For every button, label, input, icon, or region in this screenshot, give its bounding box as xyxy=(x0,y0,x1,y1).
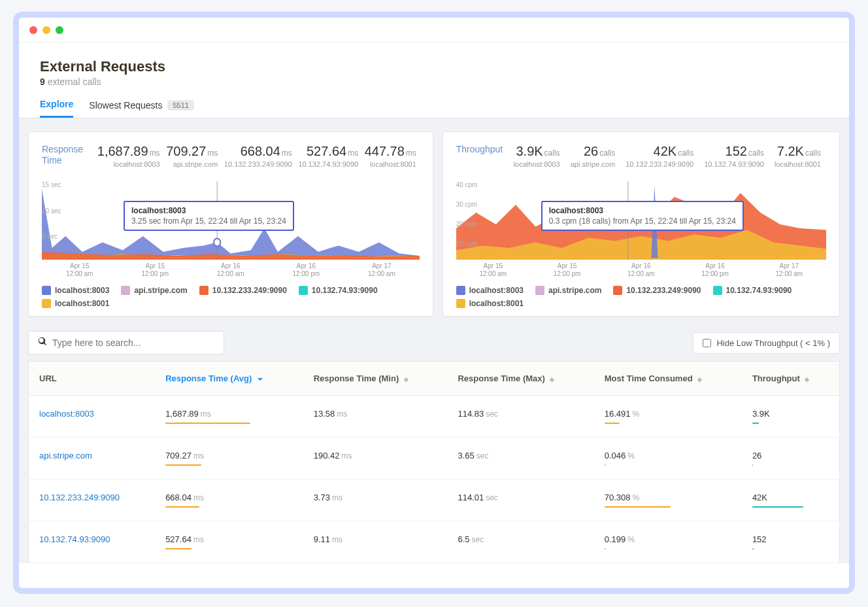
cell-url: api.stripe.com xyxy=(29,438,156,479)
tab-explore[interactable]: Explore xyxy=(40,99,73,118)
search-input[interactable] xyxy=(52,338,214,348)
tooltip-title: localhost:8003 xyxy=(549,206,736,215)
y-tick: 10 sec xyxy=(42,207,61,215)
stat-item: 709.27msapi.stripe.com xyxy=(166,144,218,168)
url-link[interactable]: api.stripe.com xyxy=(39,451,92,460)
sort-desc-icon xyxy=(257,376,263,383)
hide-low-throughput-checkbox[interactable] xyxy=(703,339,711,347)
col-resp-max[interactable]: Response Time (Max) ◆ xyxy=(447,362,593,396)
table-toolbar: Hide Low Throughput ( < 1% ) xyxy=(19,323,849,355)
cell-resp-min: 190.42ms xyxy=(303,438,448,479)
url-link[interactable]: 10.132.74.93:9090 xyxy=(39,534,110,544)
cell-url: 10.132.233.249:9090 xyxy=(29,479,156,521)
response-time-title: Response Time xyxy=(42,144,94,166)
y-tick: 15 sec xyxy=(42,181,61,188)
requests-table-wrap: URL Response Time (Avg) Response Time (M… xyxy=(19,355,849,563)
col-resp-avg[interactable]: Response Time (Avg) xyxy=(155,362,303,396)
legend-item[interactable]: localhost:8001 xyxy=(456,299,524,308)
minimize-icon[interactable] xyxy=(42,26,50,34)
throughput-stats: 3.9Kcallslocalhost:800326callsapi.stripe… xyxy=(509,144,826,168)
x-tick: Apr 1612:00 pm xyxy=(293,262,320,278)
legend-item[interactable]: localhost:8001 xyxy=(42,299,109,308)
x-tick: Apr 1512:00 am xyxy=(479,262,507,278)
response-time-chart[interactable]: 15 sec 10 sec 5 sec localhost:8003 3.25 … xyxy=(42,181,420,260)
col-resp-avg-label: Response Time (Avg) xyxy=(165,373,252,383)
table-body: localhost:80031,687.89ms13.58ms114.83sec… xyxy=(29,396,840,563)
page-subtitle: 9 external calls xyxy=(40,77,828,87)
x-tick: Apr 1512:00 pm xyxy=(141,262,169,278)
tooltip-body: 3.25 sec from Apr 15, 22:24 till Apr 15,… xyxy=(131,217,286,226)
cell-throughput: 26 xyxy=(742,438,840,479)
cell-resp-max: 114.01sec xyxy=(447,479,593,521)
legend-item[interactable]: 10.132.74.93:9090 xyxy=(299,286,378,295)
legend-item[interactable]: localhost:8003 xyxy=(456,286,524,295)
sort-icon: ◆ xyxy=(550,377,554,381)
cell-url: localhost:8003 xyxy=(29,396,156,438)
cell-resp-max: 114.83sec xyxy=(447,396,593,438)
cell-consumed: 70.308% xyxy=(594,479,742,521)
url-link[interactable]: 10.132.233.249:9090 xyxy=(39,493,120,502)
requests-table: URL Response Time (Avg) Response Time (M… xyxy=(28,361,840,563)
cell-resp-min: 13.58ms xyxy=(303,396,448,438)
external-calls-label: external calls xyxy=(48,77,101,87)
search-box[interactable] xyxy=(28,331,224,355)
legend-item[interactable]: api.stripe.com xyxy=(535,286,601,295)
cell-resp-avg: 709.27ms xyxy=(155,438,303,479)
col-throughput[interactable]: Throughput ◆ xyxy=(742,362,840,396)
x-tick: Apr 1612:00 am xyxy=(627,262,655,278)
x-tick: Apr 1612:00 am xyxy=(217,262,244,278)
filter-label: Hide Low Throughput ( < 1% ) xyxy=(716,338,830,348)
y-tick: 30 cpm xyxy=(456,201,478,208)
cell-resp-avg: 1,687.89ms xyxy=(155,396,303,438)
y-tick: 10 cpm xyxy=(456,240,478,247)
cell-resp-max: 6.5sec xyxy=(447,521,593,563)
stat-item: 447.78mslocalhost:8001 xyxy=(365,144,416,168)
throughput-title: Throughput xyxy=(456,144,509,155)
stat-item: 527.64ms10.132.74.93:9090 xyxy=(298,144,358,168)
y-tick: 20 cpm xyxy=(456,220,478,228)
svg-point-2 xyxy=(214,239,220,247)
response-time-legend: localhost:8003api.stripe.com10.132.233.2… xyxy=(42,286,420,308)
response-time-panel: Response Time 1,687.89mslocalhost:800370… xyxy=(28,131,433,317)
page-content: External Requests 9 external calls Explo… xyxy=(19,43,849,588)
stat-item: 42Kcalls10.132.233.249:9090 xyxy=(626,144,693,168)
hide-low-throughput-toggle[interactable]: Hide Low Throughput ( < 1% ) xyxy=(693,332,840,354)
col-consumed[interactable]: Most Time Consumed ◆ xyxy=(594,362,742,396)
x-tick: Apr 1612:00 pm xyxy=(701,262,729,278)
y-tick: 40 cpm xyxy=(456,181,478,188)
cell-url: 10.132.74.93:9090 xyxy=(29,521,156,563)
chart-panels: Response Time 1,687.89mslocalhost:800370… xyxy=(19,118,849,323)
cell-throughput: 152 xyxy=(742,521,840,563)
throughput-panel: Throughput 3.9Kcallslocalhost:800326call… xyxy=(442,131,840,317)
legend-item[interactable]: 10.132.74.93:9090 xyxy=(713,286,792,295)
legend-item[interactable]: api.stripe.com xyxy=(121,286,187,295)
col-resp-min-label: Response Time (Min) xyxy=(314,373,399,383)
tooltip-body: 0.3 cpm (18 calls) from Apr 15, 22:24 ti… xyxy=(549,217,736,226)
tab-slowest-label: Slowest Requests xyxy=(89,100,162,111)
tooltip-title: localhost:8003 xyxy=(131,206,286,215)
throughput-chart[interactable]: 40 cpm 30 cpm 20 cpm 10 cpm localhost:80… xyxy=(456,181,826,260)
cell-resp-min: 3.73ms xyxy=(303,479,448,521)
x-tick: Apr 1712:00 am xyxy=(368,262,395,278)
tab-slowest-requests[interactable]: Slowest Requests 5511 xyxy=(89,100,194,117)
table-row: api.stripe.com709.27ms190.42ms3.65sec0.0… xyxy=(29,438,840,479)
cell-throughput: 42K xyxy=(742,479,840,521)
cell-resp-avg: 668.04ms xyxy=(155,479,303,521)
tabs-bar: Explore Slowest Requests 5511 xyxy=(19,94,849,118)
url-link[interactable]: localhost:8003 xyxy=(39,409,94,419)
legend-item[interactable]: 10.132.233.249:9090 xyxy=(199,286,287,295)
cell-consumed: 0.199% xyxy=(594,521,742,563)
x-tick: Apr 1712:00 am xyxy=(776,262,803,278)
legend-item[interactable]: localhost:8003 xyxy=(42,286,109,295)
col-resp-max-label: Response Time (Max) xyxy=(458,373,544,383)
col-resp-min[interactable]: Response Time (Min) ◆ xyxy=(303,362,448,396)
traffic-lights xyxy=(29,26,63,34)
table-row: 10.132.74.93:9090527.64ms9.11ms6.5sec0.1… xyxy=(29,521,840,563)
maximize-icon[interactable] xyxy=(56,26,63,34)
table-row: 10.132.233.249:9090668.04ms3.73ms114.01s… xyxy=(29,479,840,521)
legend-item[interactable]: 10.132.233.249:9090 xyxy=(613,286,701,295)
cell-consumed: 16.491% xyxy=(594,396,742,438)
close-icon[interactable] xyxy=(29,26,37,34)
search-icon xyxy=(38,337,47,349)
col-url[interactable]: URL xyxy=(29,362,156,396)
